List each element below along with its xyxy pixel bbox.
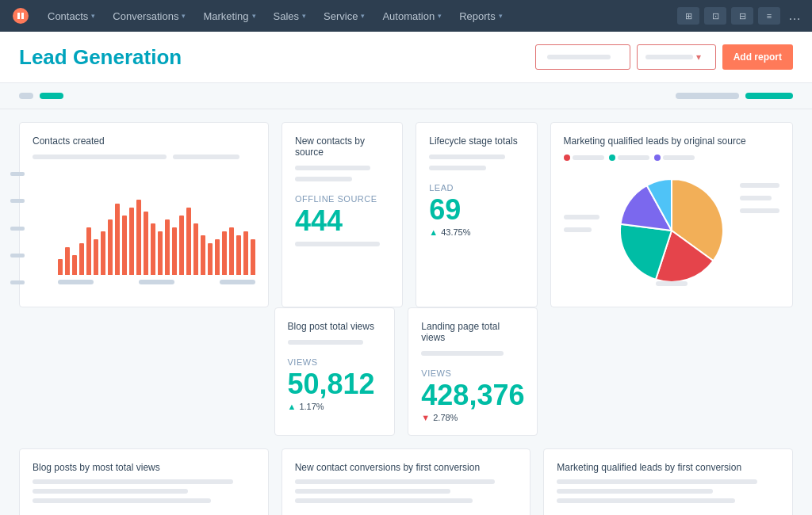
landing-views-change: ▼ 2.78% [421,413,524,422]
chart-axis [58,280,255,284]
chevron-down-icon: ▾ [361,12,365,20]
chevron-down-icon: ▾ [91,12,95,20]
bar-segment [165,219,170,275]
bar-segment [79,243,84,275]
header-actions: ▾ Add report [535,44,793,70]
landing-views-subtitle: VIEWS [421,368,524,378]
landing-views-title: Landing page total views [421,321,524,343]
lifecycle-placeholder-2 [429,166,486,170]
dashboard-row-1: Contacts created [19,122,793,307]
filter-bar [0,83,812,109]
contacts-placeholder-lines [33,154,255,166]
bar-segment [136,200,141,275]
bar-segment [208,243,213,275]
up-arrow-icon: ▲ [288,402,297,411]
new-conversions-title: New contact conversions by first convers… [295,462,518,473]
new-contacts-title: New contacts by source [295,135,389,158]
blog-views-placeholder [288,340,363,345]
nav-service[interactable]: Service ▾ [316,0,373,32]
chevron-down-icon: ▾ [252,12,256,20]
blog-views-subtitle: VIEWS [288,357,382,367]
nav-sales[interactable]: Sales ▾ [266,0,315,32]
chevron-down-icon: ▾ [438,12,442,20]
bar-segment [158,231,163,275]
bar-segment [101,231,105,275]
filter-right [676,93,793,99]
filter-button[interactable]: ▾ [637,44,716,70]
card-landing-views: Landing page total views VIEWS 428,376 ▼… [408,307,538,436]
card-new-conversions: New contact conversions by first convers… [282,448,531,515]
dashboard-row-2: Blog posts by most total views New conta… [19,448,793,515]
filter-tag-teal [40,93,63,99]
bar-segment [179,216,184,275]
new-contacts-subtitle: OFFLINE SOURCE [295,194,389,204]
blog-views-value: 50,812 [288,370,382,399]
lifecycle-title: Lifecycle stage totals [429,135,523,147]
filter-tag-gray [19,93,33,99]
bar-segment [172,227,177,275]
bar-segment [222,231,227,275]
bar-segment [151,223,155,275]
bar-segment [229,227,234,275]
pie-legend-bottom [656,281,688,286]
add-report-button[interactable]: Add report [722,44,793,70]
filter-bar-item-1 [676,93,739,99]
hubspot-logo[interactable] [8,3,33,29]
dashboard-row-1b: Blog post total views VIEWS 50,812 ▲ 1.1… [19,307,793,436]
card-mql-conversion: Marketing qualified leads by first conve… [543,448,793,515]
bar-segment [86,227,91,275]
new-contacts-placeholder [295,166,370,170]
bar-segment [115,204,120,275]
lifecycle-value: 69 [429,196,523,224]
bar-segment [144,212,148,275]
bar-segment [193,223,198,275]
svg-point-0 [13,8,29,24]
bar-segment [186,208,191,275]
card-lifecycle: Lifecycle stage totals LEAD 69 ▲ 43.75% [416,122,537,307]
bar-segment [236,235,241,275]
nav-conversations[interactable]: Conversations ▾ [105,0,193,32]
nav-icon-btn-1[interactable]: ⊞ [677,7,699,25]
pie-legend-right [740,183,779,213]
date-range-button[interactable] [535,44,630,70]
nav-contacts[interactable]: Contacts ▾ [40,0,103,32]
down-arrow-icon: ▼ [421,413,430,422]
top-navigation: Contacts ▾ Conversations ▾ Marketing ▾ S… [0,0,812,32]
nav-reports[interactable]: Reports ▾ [451,0,511,32]
nav-automation[interactable]: Automation ▾ [374,0,450,32]
bar-segment [108,219,113,275]
chevron-down-icon: ▾ [499,12,503,20]
blog-views-change: ▲ 1.17% [288,402,382,411]
nav-marketing[interactable]: Marketing ▾ [195,0,263,32]
filter-bar-teal [745,93,793,99]
bar-segment [129,208,134,275]
up-arrow-icon: ▲ [429,227,438,237]
chevron-down-icon: ▾ [302,12,306,20]
card-mql: Marketing qualified leads by original so… [550,122,794,307]
contacts-created-title: Contacts created [33,135,255,147]
y-axis-labels [10,172,25,284]
nav-icon-btn-2[interactable]: ⊡ [704,7,726,25]
bar-segment [122,216,127,275]
nav-icon-btn-4[interactable]: ≡ [758,7,780,25]
bar-segment [243,231,248,275]
card-blog-posts: Blog posts by most total views [19,448,269,515]
nav-more-icon[interactable]: … [785,9,804,23]
new-contacts-bar [295,242,380,246]
landing-views-placeholder [421,351,504,356]
mql-title: Marketing qualified leads by original so… [564,135,780,147]
bar-segment [251,239,255,275]
card-blog-views: Blog post total views VIEWS 50,812 ▲ 1.1… [274,307,396,436]
bar-segment [215,239,220,275]
blog-views-title: Blog post total views [288,321,382,332]
mql-conversion-title: Marketing qualified leads by first conve… [557,462,779,473]
blog-posts-title: Blog posts by most total views [33,462,255,473]
bar-segment [94,239,98,275]
nav-icon-btn-3[interactable]: ⊟ [731,7,753,25]
card-new-contacts: New contacts by source OFFLINE SOURCE 44… [282,122,403,307]
mql-legend-header [564,154,780,161]
filter-left [19,93,63,99]
dashboard: Contacts created [0,109,812,515]
lifecycle-change: ▲ 43.75% [429,227,523,237]
new-contacts-value: 444 [295,207,389,235]
